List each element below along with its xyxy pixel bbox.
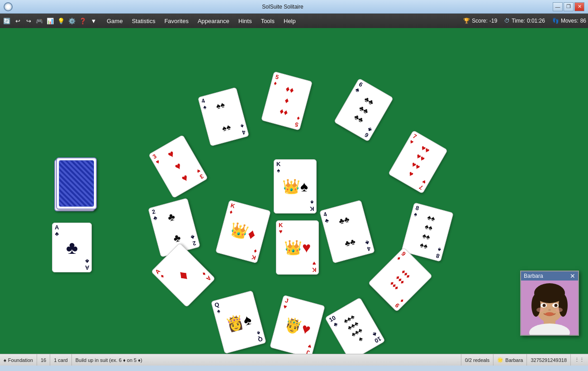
card-deck-stack bbox=[56, 157, 97, 209]
card-pips: ♣♣♣♣♣♣♣♣♣♣ bbox=[342, 313, 368, 345]
seed-value: 3275291249318 bbox=[531, 357, 567, 363]
foundation-icon: ♠ bbox=[4, 357, 6, 363]
card-pips: ♥♥♥ bbox=[165, 147, 191, 186]
card-rank-tl: K♠ bbox=[276, 161, 280, 174]
queen-art: 👸♠ bbox=[224, 312, 253, 333]
menu-statistics[interactable]: Statistics bbox=[127, 16, 160, 26]
player-name: Barbara bbox=[505, 357, 523, 363]
toolbar-icon-undo[interactable]: ↩ bbox=[13, 16, 23, 26]
card-rank-br: 5♦ bbox=[294, 115, 300, 128]
queen-spades-card[interactable]: Q♠ 👸♠ Q♠ bbox=[211, 290, 266, 354]
toolbar-icon-stats[interactable]: 📊 bbox=[45, 16, 55, 26]
king-diamonds-card[interactable]: K♦ 👑♦ K♦ bbox=[215, 200, 271, 263]
menu-favorites[interactable]: Favorites bbox=[160, 16, 193, 26]
restore-button[interactable]: ❐ bbox=[564, 2, 574, 11]
card-rank-tl: 3♥ bbox=[152, 153, 161, 166]
toolbar-icon-game[interactable]: 🎮 bbox=[34, 16, 44, 26]
player-icon: 🌟 bbox=[497, 357, 503, 363]
grip-icon: ⋮⋮ bbox=[574, 357, 584, 363]
toolbar-icon-help[interactable]: ❓ bbox=[78, 16, 88, 26]
card-rank-br: A♣ bbox=[85, 257, 89, 271]
card-pips: ♣♣♣♣♣♣ bbox=[352, 95, 375, 126]
toolbar-icon-redo[interactable]: ↪ bbox=[24, 16, 33, 26]
menu-hints[interactable]: Hints bbox=[234, 16, 256, 26]
card-rank-br: A♦ bbox=[200, 270, 212, 282]
svg-point-6 bbox=[559, 294, 568, 317]
card-rank-tl: K♥ bbox=[279, 222, 283, 235]
svg-point-5 bbox=[531, 294, 541, 317]
ten-clubs-card[interactable]: 10♣ ♣♣♣♣♣♣♣♣♣♣ 10♣ bbox=[325, 297, 385, 354]
card-rank-tl: Q♠ bbox=[214, 301, 222, 315]
time-value: 0:01:26 bbox=[527, 18, 545, 24]
score-area: 🏆 Score: -19 ⏱ Time: 0:01:26 👣 Moves: 86 bbox=[463, 18, 586, 24]
game-area[interactable]: 🌸 A♣ ♣ A♣ 5♦ ♦♦♦♦♦ 5♦ 4♠ ♠♠♠♠ 4♠ 6♣ ♣♣♣♣… bbox=[0, 28, 588, 354]
toolbar: 🔄 ↩ ↪ 🎮 📊 💡 ⚙️ ❓ ▼ bbox=[2, 16, 99, 26]
cards-label: 1 card bbox=[54, 357, 68, 363]
toolbar-icon-refresh[interactable]: 🔄 bbox=[2, 16, 12, 26]
card-rank-br: K♠ bbox=[310, 199, 314, 212]
score-label: Score: bbox=[472, 18, 488, 24]
king-hearts-art: 👑♥ bbox=[284, 240, 311, 255]
five-diamonds-card[interactable]: 5♦ ♦♦♦♦♦ 5♦ bbox=[261, 71, 313, 131]
card-rank-br: K♦ bbox=[251, 247, 258, 261]
status-seed: 3275291249318 bbox=[527, 354, 571, 366]
card-rank-tl: 9♦ bbox=[395, 251, 407, 262]
card-rank-tl: 5♦ bbox=[273, 74, 279, 87]
king-hearts-card[interactable]: K♥ 👑♥ K♥ bbox=[276, 220, 319, 275]
card-rank-tl: A♦ bbox=[154, 268, 166, 280]
portrait-image bbox=[521, 281, 578, 335]
card-pips: ♣♣ bbox=[165, 206, 183, 250]
king-diamonds-art: 👑♦ bbox=[229, 221, 257, 242]
ace-clubs-card[interactable]: A♣ ♣ A♣ bbox=[52, 223, 92, 272]
score-display: 🏆 Score: -19 bbox=[463, 18, 497, 24]
player-portrait: Barbara ✕ bbox=[520, 271, 579, 336]
six-clubs-card[interactable]: 6♣ ♣♣♣♣♣♣ 6♣ bbox=[334, 78, 394, 142]
card-pips: ♣♣♣♣ bbox=[337, 214, 356, 249]
four-spades-card[interactable]: 4♠ ♠♠♠♠ 4♠ bbox=[198, 87, 249, 147]
card-pips: ♦♦♦♦♦ bbox=[278, 83, 295, 119]
menu-game[interactable]: Game bbox=[102, 16, 127, 26]
card-rank-tl: 4♠ bbox=[201, 98, 207, 111]
status-foundation: ♠ Foundation bbox=[0, 354, 37, 366]
menu-appearance[interactable]: Appearance bbox=[193, 16, 234, 26]
menu-help[interactable]: Help bbox=[279, 16, 300, 26]
card-rank-br: 9♦ bbox=[394, 297, 405, 309]
foundation-label: Foundation bbox=[8, 357, 33, 363]
king-spades-card[interactable]: K♠ 👑♠ K♠ bbox=[274, 159, 317, 214]
portrait-face bbox=[521, 281, 578, 335]
card-rank-br: 4♣ bbox=[365, 239, 372, 252]
card-rank-tl: 2♣ bbox=[151, 209, 158, 222]
card-rank-tl: A♣ bbox=[55, 224, 59, 238]
svg-point-9 bbox=[543, 304, 546, 307]
three-hearts-card[interactable]: 3♥ ♥♥♥ 3♥ bbox=[148, 135, 208, 199]
card-rank-br: Q♠ bbox=[256, 329, 263, 343]
toolbar-icon-hint[interactable]: 💡 bbox=[56, 16, 66, 26]
svg-point-11 bbox=[545, 312, 554, 316]
menu-tools[interactable]: Tools bbox=[256, 16, 279, 26]
redeals-value: 0/2 redeals bbox=[465, 357, 489, 363]
count-value: 16 bbox=[41, 357, 46, 363]
jack-hearts-card[interactable]: J♥ 🤴♥ J♥ bbox=[270, 295, 325, 354]
minimize-button[interactable]: — bbox=[553, 2, 563, 11]
score-value: -19 bbox=[489, 18, 497, 24]
status-redeals: 0/2 redeals bbox=[461, 354, 493, 366]
four-clubs-card[interactable]: 4♣ ♣♣♣♣ 4♣ bbox=[319, 200, 375, 263]
card-rank-br: 4♠ bbox=[240, 123, 246, 136]
menubar: 🔄 ↩ ↪ 🎮 📊 💡 ⚙️ ❓ ▼ Game Statistics Favor… bbox=[0, 14, 588, 28]
jack-hearts-art: 🤴♥ bbox=[283, 316, 312, 337]
toolbar-icon-more[interactable]: ▼ bbox=[89, 16, 99, 26]
seven-hearts-card[interactable]: 7♥ ♥♥♥♥♥♥♥ 7♥ bbox=[388, 130, 448, 194]
card-rank-tl: K♦ bbox=[228, 202, 236, 216]
card-rank-tl: 4♣ bbox=[322, 211, 330, 224]
svg-point-14 bbox=[555, 308, 563, 312]
card-rank-br: 3♥ bbox=[195, 167, 205, 180]
toolbar-icon-settings[interactable]: ⚙️ bbox=[67, 16, 77, 26]
close-button[interactable]: ✕ bbox=[574, 2, 584, 11]
portrait-close-button[interactable]: ✕ bbox=[570, 272, 575, 280]
card-pips: ♠♠♠♠ bbox=[215, 99, 232, 134]
card-pips: ♠♠♠♠♠♠♠♠ bbox=[419, 213, 436, 252]
card-rank-br: 6♣ bbox=[364, 126, 374, 139]
card-rank-br: J♥ bbox=[306, 342, 313, 354]
svg-point-13 bbox=[536, 308, 544, 312]
portrait-header: Barbara ✕ bbox=[521, 271, 578, 281]
